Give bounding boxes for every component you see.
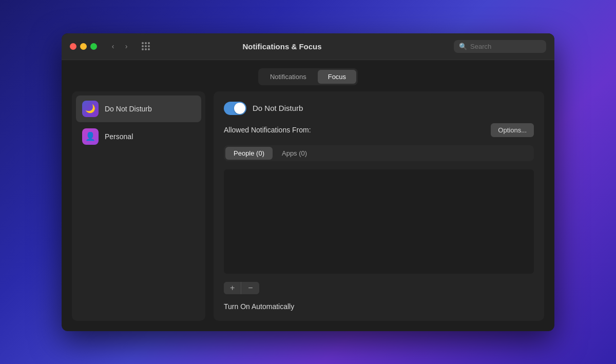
- dnd-label: Do Not Disturb: [105, 105, 152, 113]
- sidebar-item-personal[interactable]: 👤 Personal: [76, 123, 201, 150]
- tabs-bar: Notifications Focus: [62, 60, 554, 91]
- allowed-label: Allowed Notifications From:: [224, 126, 311, 134]
- personal-label: Personal: [105, 132, 133, 141]
- allowed-row: Allowed Notifications From: Options...: [224, 123, 534, 137]
- tabs-container: Notifications Focus: [258, 68, 358, 85]
- window-title: Notifications & Focus: [117, 42, 448, 51]
- detail-panel: Do Not Disturb Allowed Notifications Fro…: [214, 91, 544, 321]
- sidebar: 🌙 Do Not Disturb 👤 Personal: [72, 91, 205, 321]
- traffic-lights: [70, 43, 97, 50]
- sub-tab-apps[interactable]: Apps (0): [274, 147, 315, 160]
- toggle-label: Do Not Disturb: [253, 104, 303, 112]
- tab-notifications[interactable]: Notifications: [260, 70, 317, 84]
- minimize-button[interactable]: [80, 43, 87, 50]
- sidebar-item-do-not-disturb[interactable]: 🌙 Do Not Disturb: [76, 95, 201, 122]
- close-button[interactable]: [70, 43, 76, 50]
- search-box[interactable]: 🔍: [454, 40, 546, 53]
- add-button[interactable]: +: [224, 282, 241, 294]
- remove-button[interactable]: −: [242, 282, 259, 294]
- list-actions: + −: [224, 282, 259, 294]
- content-area: Notifications Focus 🌙 Do Not Disturb 👤 P…: [62, 60, 554, 331]
- options-button[interactable]: Options...: [491, 123, 534, 137]
- dnd-icon: 🌙: [82, 101, 99, 117]
- empty-list: [224, 169, 534, 274]
- turn-on-row: Turn On Automatically: [224, 302, 534, 311]
- toggle-knob: [234, 103, 245, 114]
- sub-tabs: People (0) Apps (0): [224, 145, 534, 161]
- search-icon: 🔍: [459, 43, 467, 50]
- search-input[interactable]: [470, 43, 541, 50]
- tab-focus[interactable]: Focus: [318, 70, 356, 84]
- maximize-button[interactable]: [90, 43, 97, 50]
- main-window: ‹ › Notifications & Focus 🔍 Notification…: [62, 33, 554, 331]
- main-content: 🌙 Do Not Disturb 👤 Personal Do Not Distu…: [62, 91, 554, 331]
- personal-icon: 👤: [82, 128, 99, 145]
- toggle-row: Do Not Disturb: [224, 102, 534, 115]
- sub-tab-people[interactable]: People (0): [225, 147, 273, 160]
- titlebar: ‹ › Notifications & Focus 🔍: [62, 33, 554, 60]
- dnd-toggle[interactable]: [224, 102, 246, 115]
